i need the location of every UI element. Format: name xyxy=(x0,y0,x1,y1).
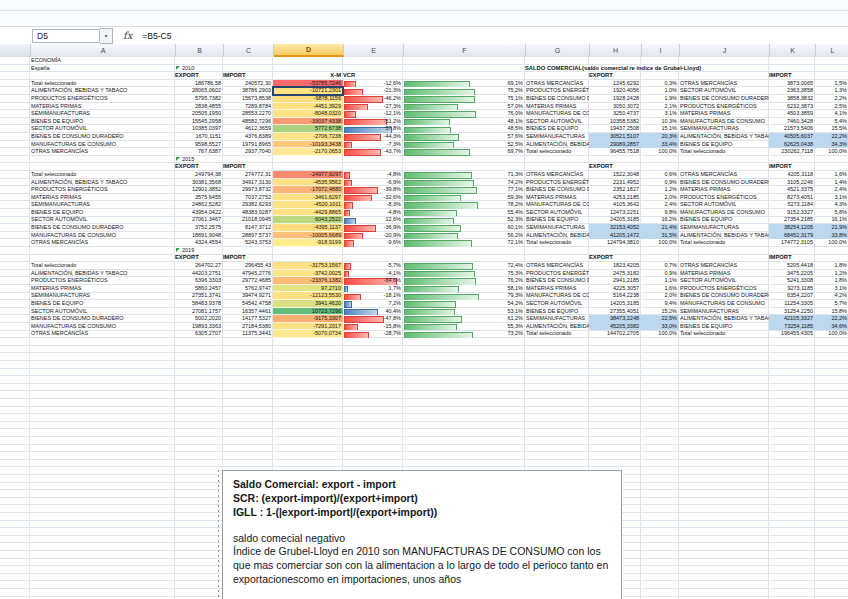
column-header-K[interactable]: K xyxy=(770,44,816,57)
cell-export-value[interactable]: 5002,2020 xyxy=(175,315,223,323)
cell-category[interactable]: SECTOR AUTOMÓVIL xyxy=(30,125,175,133)
cell-export-pct[interactable]: 15,1% xyxy=(641,125,679,133)
cell-category[interactable]: SEMIMANUFACTURAS xyxy=(30,292,175,300)
cell-export-share[interactable]: 32153,4052 xyxy=(589,224,641,232)
cell-category-igll[interactable]: OTRAS MERCANCÍAS xyxy=(525,80,589,88)
cell-empty[interactable] xyxy=(30,254,175,262)
cell-igll-bar[interactable]: 73,2% xyxy=(403,330,525,338)
cell-import-share[interactable]: 38254,1205 xyxy=(769,224,815,232)
cell-category-igll[interactable]: MANUFACTURAS DE CONSUMO xyxy=(525,201,589,209)
cell-export-share[interactable]: 1245,6292 xyxy=(589,80,641,88)
cell-empty[interactable] xyxy=(525,163,589,171)
cell-category-igll[interactable]: MANUFACTURAS DE CONSUMO xyxy=(525,292,589,300)
cell-empty[interactable] xyxy=(679,163,769,171)
cell-export-pct[interactable]: 0,9% xyxy=(641,179,679,187)
cell-saldo-value[interactable]: -2170,0653 xyxy=(273,148,343,156)
cell-scr-bar[interactable]: -32,6% xyxy=(343,194,403,202)
column-header-E[interactable]: E xyxy=(344,44,404,57)
cell-category[interactable]: Total seleccionado xyxy=(30,262,175,270)
cell-import-share[interactable]: 7460,3428 xyxy=(769,118,815,126)
cell-import-value[interactable]: 29973,8732 xyxy=(223,186,273,194)
cell-import-pct[interactable]: 1,2% xyxy=(815,270,848,278)
formula-input[interactable]: =B5-C5 xyxy=(142,31,171,41)
cell-export-pct[interactable]: 9,4% xyxy=(641,300,679,308)
cell-import-share[interactable]: 230262,7118 xyxy=(769,148,815,156)
cell-empty[interactable] xyxy=(815,72,848,80)
cell-import-pct[interactable]: 16,1% xyxy=(815,216,848,224)
cell-empty[interactable] xyxy=(815,163,848,171)
cell-export-share[interactable]: 1928,2428 xyxy=(589,95,641,103)
cell-export-value[interactable]: 5795,7382 xyxy=(175,95,223,103)
select-all-corner[interactable] xyxy=(0,44,31,57)
cell-saldo-value[interactable]: 6043,2522 xyxy=(273,216,343,224)
cell-import-share[interactable]: 5241,3308 xyxy=(769,277,815,285)
cell-import-pct[interactable]: 3,1% xyxy=(815,285,848,293)
cell-igll-bar[interactable]: 74,2% xyxy=(403,179,525,187)
cell-empty[interactable] xyxy=(679,254,769,262)
cell-category-share[interactable]: OTRAS MERCANCÍAS xyxy=(679,80,769,88)
cell-scr-bar[interactable]: -39,8% xyxy=(343,186,403,194)
cell-igll-bar[interactable]: 58,1% xyxy=(403,285,525,293)
cell-export-share[interactable]: 124794,3810 xyxy=(589,239,641,247)
cell-export-pct[interactable]: 2,4% xyxy=(641,201,679,209)
cell-export-pct[interactable]: 21,4% xyxy=(641,224,679,232)
column-header-F[interactable]: F xyxy=(404,44,526,57)
cell-category[interactable]: SECTOR AUTOMÓVIL xyxy=(30,308,175,316)
cell-saldo-value[interactable]: 5772,6738 xyxy=(273,125,343,133)
cell-saldo-value[interactable]: -17072,4880 xyxy=(273,186,343,194)
cell-empty[interactable] xyxy=(343,65,403,73)
cell-import-pct[interactable]: 1,8% xyxy=(815,262,848,270)
cell-category-share[interactable]: ALIMENTACIÓN, BEBIDAS Y TABACO xyxy=(679,133,769,141)
cell-scr-bar[interactable]: -46,2% xyxy=(343,95,403,103)
cell-export-value[interactable]: 18891,9048 xyxy=(175,232,223,240)
cell-scr-bar[interactable]: -47,8% xyxy=(343,315,403,323)
cell-scr-bar[interactable]: -20,9% xyxy=(343,232,403,240)
cell-category-igll[interactable]: Total seleccionado xyxy=(525,239,589,247)
cell-region-1[interactable]: ECONOMÍA xyxy=(30,57,175,65)
cell-igll-bar[interactable]: 53,1% xyxy=(403,308,525,316)
cell-empty[interactable] xyxy=(403,254,525,262)
cell-import-value[interactable]: 11375,3441 xyxy=(223,330,273,338)
cell-saldo-value[interactable]: -24977,9297 xyxy=(273,171,343,179)
cell-category[interactable]: MATERIAS PRIMAS xyxy=(30,103,175,111)
cell-scr-bar[interactable]: -12,6% xyxy=(343,80,403,88)
cell-import-pct[interactable]: 1,6% xyxy=(815,171,848,179)
cell-import-share[interactable]: 174772,3105 xyxy=(769,239,815,247)
cell-igll-bar[interactable]: 48,1% xyxy=(403,118,525,126)
cell-category-igll[interactable]: SEMIMANUFACTURAS xyxy=(525,133,589,141)
cell-export-share[interactable]: 41205,1472 xyxy=(589,232,641,240)
cell-import-pct[interactable]: 33,8% xyxy=(815,232,848,240)
cell-header-saldo[interactable]: X-M xyxy=(273,72,343,80)
cell-empty[interactable] xyxy=(30,72,175,80)
cell-import-value[interactable]: 27184,5380 xyxy=(223,323,273,331)
cell-category-igll[interactable]: ALIMENTACIÓN, BEBIDAS Y TABACO xyxy=(525,141,589,149)
cell-export-value[interactable]: 12901,3852 xyxy=(175,186,223,194)
cell-igll-bar[interactable]: 52,5% xyxy=(403,141,525,149)
cell-header-export-share[interactable]: EXPORT xyxy=(589,254,641,262)
cell-scr-bar[interactable]: -12,1% xyxy=(343,110,403,118)
column-header-C[interactable]: C xyxy=(224,44,274,57)
cell-category-igll[interactable]: Total seleccionado xyxy=(525,330,589,338)
cell-export-share[interactable]: 45205,3382 xyxy=(589,323,641,331)
cell-category[interactable]: Total seleccionado xyxy=(30,80,175,88)
column-header-D[interactable]: D xyxy=(274,44,344,57)
cell-igll-bar[interactable]: 61,2% xyxy=(403,315,525,323)
cell-igll-bar[interactable]: 75,3% xyxy=(403,270,525,278)
cell-igll-bar[interactable]: 76,0% xyxy=(403,110,525,118)
cell-import-pct[interactable]: 5,4% xyxy=(815,118,848,126)
cell-export-value[interactable]: 2838,4855 xyxy=(175,103,223,111)
cell-import-value[interactable]: 296455,43 xyxy=(223,262,273,270)
cell-saldo-value[interactable]: -9878,1156 xyxy=(273,95,343,103)
cell-import-value[interactable]: 7289,8784 xyxy=(223,103,273,111)
cell-export-pct[interactable]: 20,3% xyxy=(641,133,679,141)
cell-import-value[interactable]: 240572,30 xyxy=(223,80,273,88)
cell-category[interactable]: BIENES DE CONSUMO DURADERO xyxy=(30,224,175,232)
cell-export-value[interactable]: 264702,27 xyxy=(175,262,223,270)
cell-import-share[interactable]: 9152,3327 xyxy=(769,209,815,217)
cell-export-pct[interactable]: 10,3% xyxy=(641,118,679,126)
cell-import-pct[interactable]: 34,3% xyxy=(815,141,848,149)
cell-header-import-share[interactable]: IMPORT xyxy=(769,72,815,80)
cell-header-export-share[interactable]: EXPORT xyxy=(589,72,641,80)
cell-igll-bar[interactable]: 48,5% xyxy=(403,125,525,133)
cell-import-share[interactable]: 196455,4305 xyxy=(769,330,815,338)
